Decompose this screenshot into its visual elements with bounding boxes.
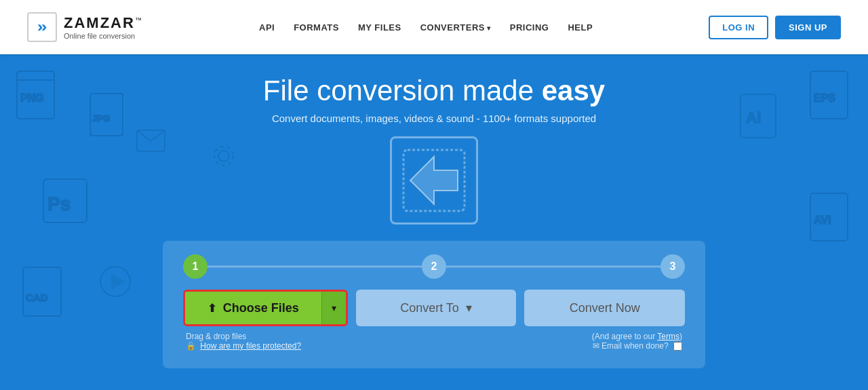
svg-text:AVI: AVI [814,214,831,226]
step-controls: ⬆ Choose Files ▾ Convert To ▾ Convert No… [183,290,685,326]
hero-subtitle: Convert documents, images, videos & soun… [272,113,596,124]
doodle-email [136,129,166,155]
doodle-cad: CAD [20,265,68,323]
drag-drop-label: Drag & drop files [186,332,301,341]
protection-link[interactable]: How are my files protected? [200,341,301,351]
svg-text:Ps: Ps [47,193,71,214]
svg-text:Ai: Ai [746,109,761,126]
svg-marker-21 [410,157,458,204]
step-2-circle: 2 [422,254,446,279]
choose-files-button[interactable]: ⬆ Choose Files [185,292,321,324]
auth-buttons: LOG IN SIGN UP [709,16,841,39]
nav-links: API FORMATS MY FILES CONVERTERS PRICING … [259,22,593,33]
svg-text:PNG: PNG [20,92,44,104]
signup-button[interactable]: SIGN UP [775,16,841,39]
protection-link-wrapper: 🔒 How are my files protected? [186,341,301,351]
step-footer-right: (And agree to our Terms) ✉ Email when do… [592,332,685,351]
doodle-ps: Ps [41,176,90,228]
nav-help[interactable]: HELP [568,22,593,33]
svg-point-16 [218,151,229,161]
svg-marker-19 [112,275,124,288]
step-3-circle: 3 [660,254,685,279]
logo-name: ZAMZAR™ [64,14,143,32]
doodle-avi: AVI [807,190,854,247]
lock-icon: 🔒 [186,341,196,351]
svg-point-17 [214,147,233,165]
step-footer: Drag & drop files 🔒 How are my files pro… [183,332,685,351]
step-footer-left: Drag & drop files 🔒 How are my files pro… [183,332,301,351]
doodle-ai: Ai [738,92,780,143]
step-1-circle: 1 [183,254,208,279]
center-logo [390,136,478,225]
convert-to-dropdown-icon: ▾ [466,300,472,315]
logo-text: ZAMZAR™ Online file conversion [64,14,143,40]
nav-api[interactable]: API [259,22,275,33]
email-when-done: ✉ Email when done? [592,341,682,351]
step-indicators: 1 2 3 [183,254,685,279]
hero-section: PNG JPG Ps CAD EPS Ai [0,54,868,390]
dropdown-icon: ▾ [332,303,336,313]
doodle-play [98,265,132,301]
navbar: » ZAMZAR™ Online file conversion API FOR… [0,0,868,54]
nav-pricing[interactable]: PRICING [510,22,549,33]
svg-text:EPS: EPS [814,92,835,104]
logo-icon: » [27,12,57,42]
email-checkbox[interactable] [673,342,682,351]
choose-files-wrapper: ⬆ Choose Files ▾ [183,290,348,326]
choose-files-dropdown-button[interactable]: ▾ [321,292,346,324]
login-button[interactable]: LOG IN [709,16,768,39]
convert-now-button[interactable]: Convert Now [524,290,685,326]
logo-area: » ZAMZAR™ Online file conversion [27,12,143,42]
agree-terms-text: (And agree to our Terms) [592,332,682,341]
upload-icon: ⬆ [208,302,216,315]
nav-my-files[interactable]: MY FILES [358,22,401,33]
terms-link[interactable]: Terms [657,332,679,341]
doodle-gear [210,142,237,172]
doodle-png: PNG [14,68,61,125]
doodle-jpg: JPG [88,92,129,143]
doodle-eps: EPS [807,68,854,125]
nav-converters[interactable]: CONVERTERS [420,22,491,33]
svg-text:JPG: JPG [92,113,110,123]
convert-to-button[interactable]: Convert To ▾ [356,290,517,326]
svg-text:CAD: CAD [26,292,48,303]
logo-arrows-icon: » [37,18,47,36]
hero-title: File conversion made easy [263,75,605,107]
nav-formats[interactable]: FORMATS [294,22,339,33]
logo-subtitle: Online file conversion [64,32,143,40]
step-bar: 1 2 3 ⬆ Choose Files ▾ Convert To ▾ [163,241,705,368]
email-icon: ✉ [593,341,599,351]
